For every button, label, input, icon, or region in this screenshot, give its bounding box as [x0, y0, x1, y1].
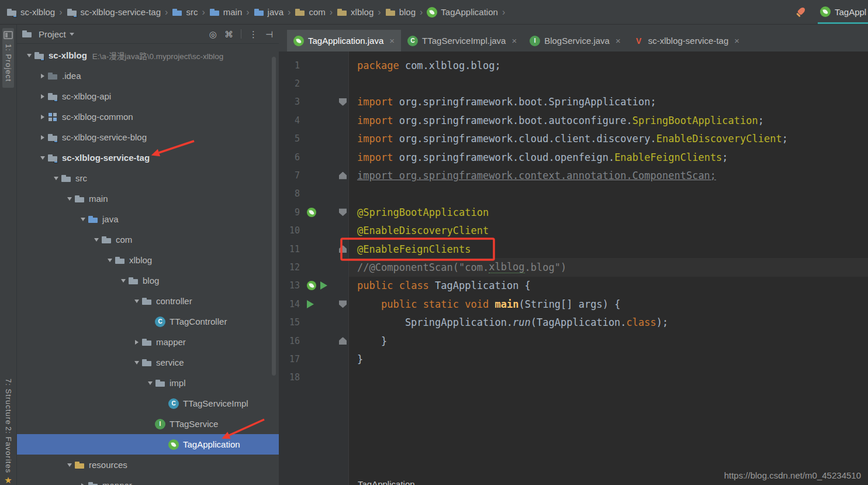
tree-item-ttagcontroller[interactable]: CTTagController — [17, 311, 279, 332]
tree-item-com[interactable]: com — [17, 229, 279, 250]
close-icon[interactable]: × — [389, 36, 395, 46]
fold-down-icon[interactable] — [339, 208, 347, 216]
code-line-text[interactable]: @EnableFeignClients — [349, 240, 868, 258]
code-line-text[interactable] — [349, 74, 868, 92]
tab-tagapplication-java[interactable]: TagApplication.java× — [287, 30, 401, 51]
code-line-text[interactable]: public static void main(String[] args) { — [349, 295, 868, 313]
code-line-text[interactable]: } — [349, 332, 868, 350]
chevron-down-icon[interactable] — [51, 173, 61, 183]
run-icon[interactable] — [320, 281, 327, 290]
chevron-right-icon[interactable] — [132, 337, 141, 347]
tree-item-main[interactable]: main — [17, 188, 279, 209]
chevron-down-icon[interactable] — [70, 33, 74, 38]
chevron-right-icon[interactable] — [37, 112, 47, 122]
code-line-text[interactable]: import org.springframework.boot.autoconf… — [349, 111, 868, 129]
code-line-text[interactable]: SpringApplication.run(TagApplication.cla… — [349, 313, 868, 331]
gutter[interactable]: 12 — [279, 258, 349, 276]
chevron-right-icon[interactable] — [37, 132, 47, 142]
gutter[interactable]: 5 — [279, 130, 349, 148]
code-line-text[interactable]: import org.springframework.context.annot… — [349, 166, 868, 184]
hide-panel-icon[interactable] — [265, 30, 273, 39]
chevron-down-icon[interactable] — [132, 357, 141, 367]
breadcrumb-item-sc-xlblog[interactable]: sc-xlblog — [5, 6, 57, 19]
tab-blogservice-java[interactable]: IBlogService.java× — [523, 30, 627, 51]
collapse-all-icon[interactable] — [224, 30, 233, 39]
gutter[interactable]: 17 — [279, 350, 349, 368]
code-line-text[interactable]: public class TagApplication { — [349, 277, 868, 295]
code-line-text[interactable]: } — [349, 350, 868, 368]
rocket-icon[interactable] — [794, 6, 806, 18]
tree-item-java[interactable]: java — [17, 209, 279, 229]
run-icon[interactable] — [307, 300, 314, 308]
code-line-text[interactable]: //@ComponentScan("com.xlblog.blog") — [349, 258, 868, 276]
breadcrumb-item-blog[interactable]: blog — [383, 6, 417, 19]
code-line-text[interactable]: package com.xlblog.blog; — [349, 56, 868, 74]
gutter[interactable]: 1 — [279, 56, 349, 74]
tree-item-sc-xlblog[interactable]: sc-xlblogE:\a-漫漫java路\0.myproject\sc-xlb… — [17, 45, 279, 66]
tree-item-sc-xlblog-service-blog[interactable]: sc-xlblog-service-blog — [17, 127, 279, 147]
breadcrumb-item-xlblog[interactable]: xlblog — [335, 6, 375, 19]
tree-item-tagapplication[interactable]: TagApplication — [17, 434, 279, 455]
gutter[interactable]: 2 — [279, 74, 349, 92]
gutter[interactable]: 18 — [279, 369, 349, 387]
tree-item-ttagservice[interactable]: ITTagService — [17, 414, 279, 434]
chevron-down-icon[interactable] — [145, 378, 155, 388]
gutter[interactable]: 14 — [279, 295, 349, 313]
tool-window-button-structure[interactable]: 7: Structure — [4, 379, 13, 427]
breadcrumb-item-main[interactable]: main — [208, 6, 244, 19]
gutter[interactable]: 9 — [279, 203, 349, 221]
fold-up-icon[interactable] — [339, 245, 347, 253]
tool-window-button-favorites[interactable]: 2: Favorites ★ — [4, 426, 13, 484]
tree-item-mapper[interactable]: mapper — [17, 475, 279, 485]
code-line-text[interactable]: import org.springframework.boot.SpringAp… — [349, 93, 868, 111]
code-line-text[interactable] — [349, 185, 868, 203]
tree-item-impl[interactable]: impl — [17, 373, 279, 393]
tree-item-controller[interactable]: controller — [17, 291, 279, 311]
chevron-down-icon[interactable] — [37, 153, 47, 163]
tab-sc-xlblog-service-tag[interactable]: Vsc-xlblog-service-tag× — [627, 30, 746, 51]
tree-item-resources[interactable]: resources — [17, 455, 279, 475]
code-line-text[interactable]: @SpringBootApplication — [349, 203, 868, 221]
chevron-right-icon[interactable] — [37, 91, 47, 101]
chevron-down-icon[interactable] — [78, 214, 88, 224]
scrollbar-thumb[interactable] — [272, 57, 276, 376]
breadcrumb-item-sc-xlblog-service-tag[interactable]: sc-xlblog-service-tag — [65, 6, 163, 19]
tree-item-mapper[interactable]: mapper — [17, 332, 279, 352]
spring-bean-icon[interactable] — [307, 208, 316, 217]
tree-item-src[interactable]: src — [17, 168, 279, 188]
tree-item-idea[interactable]: .idea — [17, 66, 279, 86]
chevron-down-icon[interactable] — [24, 50, 34, 60]
breadcrumb-item-src[interactable]: src — [170, 6, 199, 19]
run-configuration-selector[interactable]: TagAppl — [818, 2, 868, 24]
chevron-right-icon[interactable] — [78, 480, 88, 485]
code-line-text[interactable]: @EnableDiscoveryClient — [349, 222, 868, 240]
chevron-down-icon[interactable] — [118, 276, 128, 286]
gutter[interactable]: 16 — [279, 332, 349, 350]
gutter[interactable]: 10 — [279, 222, 349, 240]
gutter[interactable]: 7 — [279, 166, 349, 184]
chevron-right-icon[interactable] — [37, 71, 47, 81]
close-icon[interactable]: × — [734, 36, 739, 46]
locate-icon[interactable] — [209, 30, 217, 39]
tree-item-blog[interactable]: blog — [17, 270, 279, 291]
fold-down-icon[interactable] — [339, 98, 347, 106]
breadcrumb-item-tagapplication[interactable]: TagApplication — [425, 6, 500, 19]
tree-item-sc-xlblog-api[interactable]: sc-xlblog-api — [17, 86, 279, 106]
close-icon[interactable]: × — [615, 36, 621, 46]
spring-bean-icon[interactable] — [307, 281, 316, 290]
chevron-down-icon[interactable] — [64, 194, 74, 204]
tree-item-service[interactable]: service — [17, 352, 279, 373]
tab-ttagserviceimpl-java[interactable]: CTTagServiceImpl.java× — [401, 30, 523, 51]
tool-window-button-project[interactable]: 1: Project — [2, 28, 14, 88]
breadcrumb-item-java[interactable]: java — [252, 6, 286, 19]
chevron-down-icon[interactable] — [91, 235, 101, 245]
fold-down-icon[interactable] — [339, 300, 347, 308]
gutter[interactable]: 13 — [279, 277, 349, 295]
tree-item-ttagserviceimpl[interactable]: CTTagServiceImpl — [17, 393, 279, 414]
tree-item-xlblog[interactable]: xlblog — [17, 250, 279, 270]
gutter[interactable]: 3 — [279, 93, 349, 111]
fold-up-icon[interactable] — [339, 172, 347, 180]
gutter[interactable]: 6 — [279, 148, 349, 166]
chevron-down-icon[interactable] — [64, 460, 74, 470]
close-icon[interactable]: × — [511, 36, 517, 46]
